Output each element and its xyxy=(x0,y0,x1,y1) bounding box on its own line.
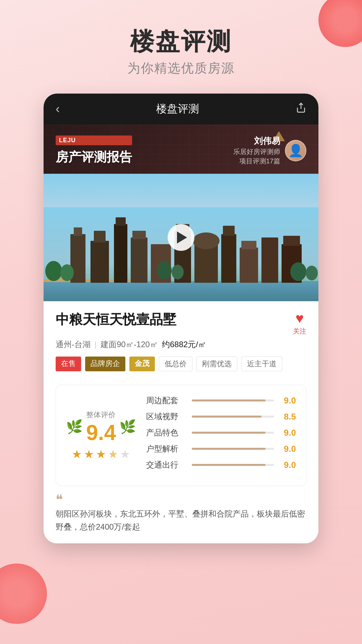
score-item-transport: 交通出行 9.0 xyxy=(146,460,296,470)
rating-section: 🌿 整体评价 9.4 🌿 ★ ★ ★ ★ ★ 周边配套 xyxy=(56,385,306,486)
main-title: 楼盘评测 xyxy=(0,27,362,56)
svg-rect-7 xyxy=(74,227,82,236)
score-label-product: 产品特色 xyxy=(146,427,186,438)
svg-rect-2 xyxy=(44,281,318,301)
property-top: 中粮天恒天悦壹品墅 ♥ 关注 xyxy=(56,311,306,336)
meta-divider-1: | xyxy=(95,340,97,349)
score-bar-track-3 xyxy=(192,432,274,434)
score-item-layout: 户型解析 9.0 xyxy=(146,443,296,454)
overall-label: 整体评价 xyxy=(86,410,116,420)
decorative-blob-bottom xyxy=(0,564,47,624)
reviewer-role-line2: 项目评测17篇 xyxy=(233,156,280,166)
score-bar-fill-4 xyxy=(192,448,266,450)
svg-rect-19 xyxy=(221,234,236,283)
property-section: 中粮天恒天悦壹品墅 ♥ 关注 通州-台湖 | 建面90㎡-120㎡ 约6882元… xyxy=(44,301,318,378)
svg-rect-11 xyxy=(116,217,126,226)
score-val-3: 9.0 xyxy=(279,428,296,438)
tag-brand-name: 金茂 xyxy=(129,357,155,371)
svg-point-28 xyxy=(157,261,172,280)
property-location: 通州-台湖 xyxy=(56,339,90,350)
report-title: 房产评测报告 xyxy=(56,149,132,166)
star-4: ★ xyxy=(108,447,118,461)
score-number: 9.4 xyxy=(86,422,116,443)
svg-rect-10 xyxy=(114,224,127,283)
score-bar-fill-5 xyxy=(192,464,266,466)
tag-sale: 在售 xyxy=(56,357,81,371)
reviewer-name: 刘伟易 xyxy=(233,135,280,147)
tags-row: 在售 品牌房企 金茂 低总价 刚需优选 近主干道 xyxy=(56,357,306,371)
video-area[interactable] xyxy=(44,174,318,301)
svg-point-29 xyxy=(172,265,184,279)
description-teaser: ❝ 朝阳区孙河板块，东北五环外，平墅、叠拼和合院产品，板块最后低密野叠，总价24… xyxy=(44,493,318,543)
star-5: ★ xyxy=(120,447,130,461)
quote-mark: ❝ xyxy=(56,493,306,506)
leju-logo: LEJU xyxy=(56,136,132,145)
description-text: 朝阳区孙河板块，东北五环外，平墅、叠拼和合院产品，板块最后低密野叠，总价2400… xyxy=(56,507,306,533)
city-skyline-svg xyxy=(44,207,318,301)
score-label-transport: 交通出行 xyxy=(146,460,186,470)
svg-rect-22 xyxy=(241,241,256,249)
report-header: LEJU 房产评测报告 刘伟易 乐居好房评测师 项目评测17篇 👤 xyxy=(44,124,318,174)
star-1: ★ xyxy=(72,447,82,461)
property-meta: 通州-台湖 | 建面90㎡-120㎡ 约6882元/㎡ xyxy=(56,339,306,350)
avatar-face: 👤 xyxy=(288,144,303,158)
header-section: 楼盘评测 为你精选优质房源 xyxy=(0,0,362,77)
stars-row: ★ ★ ★ ★ ★ xyxy=(72,447,130,461)
reviewer-info: 刘伟易 乐居好房评测师 项目评测17篇 👤 xyxy=(233,135,306,166)
score-bar-fill-1 xyxy=(192,399,266,401)
score-val-2: 8.5 xyxy=(279,412,296,422)
svg-point-26 xyxy=(45,261,62,281)
score-bar-track-4 xyxy=(192,448,274,450)
score-item-surroundings: 周边配套 9.0 xyxy=(146,395,296,406)
svg-rect-23 xyxy=(261,237,278,283)
tag-brand: 品牌房企 xyxy=(85,357,125,371)
score-bar-fill-2 xyxy=(192,416,261,418)
score-item-product: 产品特色 9.0 xyxy=(146,427,296,438)
svg-point-18 xyxy=(193,232,220,249)
heart-icon: ♥ xyxy=(296,311,304,325)
svg-rect-25 xyxy=(283,236,300,246)
back-button[interactable]: ‹ xyxy=(56,102,60,116)
property-area: 建面90㎡-120㎡ xyxy=(101,339,158,350)
play-icon xyxy=(177,231,187,244)
score-label-surroundings: 周边配套 xyxy=(146,395,186,406)
property-name: 中粮天恒天悦壹品墅 xyxy=(56,311,176,327)
app-card: ‹ 楼盘评测 LEJU 房产评测报告 刘伟易 乐居好房评测师 项目评测17篇 👤 xyxy=(44,94,318,543)
tag-demand: 刚需优选 xyxy=(196,357,237,371)
reviewer-text: 刘伟易 乐居好房评测师 项目评测17篇 xyxy=(233,135,280,166)
score-bar-track-2 xyxy=(192,416,274,418)
svg-rect-12 xyxy=(131,237,147,283)
overall-score: 🌿 整体评价 9.4 🌿 ★ ★ ★ ★ ★ xyxy=(66,395,136,476)
svg-point-31 xyxy=(306,266,318,280)
star-3: ★ xyxy=(96,447,106,461)
score-label-view: 区域视野 xyxy=(146,411,186,422)
laurel-left: 🌿 xyxy=(66,419,83,435)
follow-label: 关注 xyxy=(293,327,306,336)
share-icon[interactable] xyxy=(296,102,306,116)
play-button[interactable] xyxy=(168,224,194,251)
follow-button[interactable]: ♥ 关注 xyxy=(293,311,306,336)
svg-point-27 xyxy=(60,264,74,281)
nav-title: 楼盘评测 xyxy=(156,102,199,116)
svg-rect-13 xyxy=(132,231,146,239)
reviewer-avatar: 👤 xyxy=(285,140,306,161)
star-2: ★ xyxy=(84,447,94,461)
app-nav: ‹ 楼盘评测 xyxy=(44,94,318,124)
score-bar-track-5 xyxy=(192,464,274,466)
tag-low-price: 低总价 xyxy=(159,357,192,371)
property-price: 约6882元/㎡ xyxy=(162,339,206,350)
tag-road: 近主干道 xyxy=(241,357,282,371)
score-display: 9.4 xyxy=(86,422,116,443)
reviewer-role-line1: 乐居好房评测师 xyxy=(233,147,280,156)
report-left: LEJU 房产评测报告 xyxy=(56,136,132,166)
score-val-4: 9.0 xyxy=(279,444,296,454)
score-val-1: 9.0 xyxy=(279,395,296,406)
score-item-view: 区域视野 8.5 xyxy=(146,411,296,422)
laurel-right: 🌿 xyxy=(119,419,136,435)
score-val-5: 9.0 xyxy=(279,460,296,470)
svg-rect-21 xyxy=(240,248,258,283)
svg-rect-9 xyxy=(94,231,106,243)
sub-title: 为你精选优质房源 xyxy=(0,60,362,77)
score-bar-fill-3 xyxy=(192,432,266,434)
svg-point-30 xyxy=(290,262,306,281)
